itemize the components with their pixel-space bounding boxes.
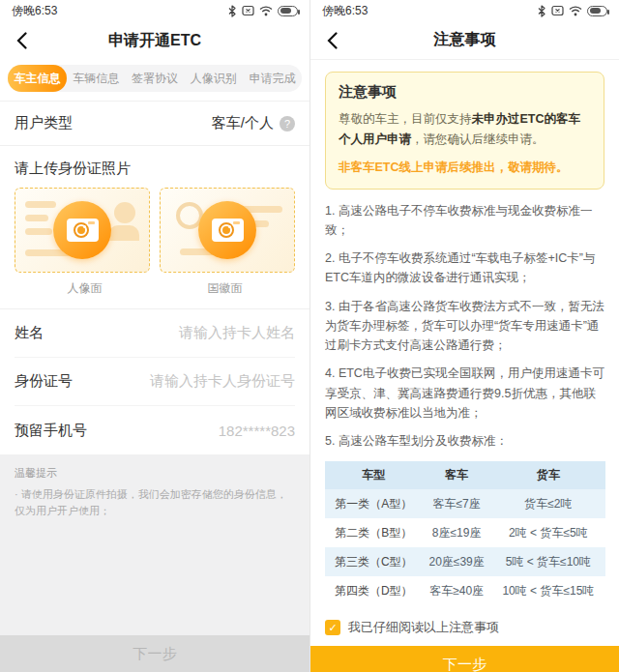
user-type-label: 用户类型 <box>15 114 73 132</box>
notice-item-1: 1. 高速公路电子不停车收费标准与现金收费标准一致； <box>325 201 604 241</box>
bluetooth-icon <box>227 5 237 17</box>
tips-block: 温馨提示 · 请使用身份证原件拍摄，我们会加密存储您的身份信息，仅为用户开户使用… <box>0 454 310 635</box>
notice-list: 1. 高速公路电子不停车收费标准与现金收费标准一致； 2. 电子不停车收费系统通… <box>325 201 604 460</box>
screen-etc-apply: 傍晚6:53 申请开通ETC 车主信息 车辆信息 签署协议 人像识别 申请完成 … <box>0 0 310 672</box>
back-chevron-icon <box>16 32 27 49</box>
tab-vehicle-info[interactable]: 车辆信息 <box>67 65 126 92</box>
notice-item-5: 5. 高速公路车型划分及收费标准： <box>325 431 604 451</box>
nav-bar: 申请开通ETC <box>0 21 310 60</box>
step-tabs: 车主信息 车辆信息 签署协议 人像识别 申请完成 <box>8 65 302 92</box>
table-row: 第一类（A型） 客车≤7座 货车≤2吨 <box>325 489 605 518</box>
name-field-row[interactable]: 姓名 请输入持卡人姓名 <box>15 309 295 358</box>
phone-field-row[interactable]: 预留手机号 182*****823 <box>15 406 295 454</box>
tab-apply-complete[interactable]: 申请完成 <box>243 65 302 92</box>
notice-item-2: 2. 电子不停车收费系统通过“车载电子标签+IC卡”与ETC车道内的微波设备进行… <box>325 248 604 288</box>
page-title: 申请开通ETC <box>0 31 310 51</box>
upload-section-title: 请上传身份证照片 <box>15 160 295 178</box>
wifi-icon <box>259 6 273 16</box>
notice-title: 注意事项 <box>339 83 591 102</box>
next-step-button-disabled[interactable]: 下一步 <box>0 635 310 672</box>
id-front-label: 人像面 <box>15 280 155 297</box>
table-row: 第四类（D型） 客车≥40座 10吨 < 货车≤15吨 <box>325 576 605 605</box>
user-type-row[interactable]: 用户类型 客车/个人 ? <box>0 101 310 146</box>
battery-icon <box>278 6 298 16</box>
id-back-label: 国徽面 <box>155 280 295 297</box>
back-button[interactable] <box>320 29 343 52</box>
tips-text: · 请使用身份证原件拍摄，我们会加密存储您的身份信息，仅为用户开户使用； <box>15 486 295 518</box>
camera-icon <box>53 201 111 259</box>
notice-item-4: 4. ETC电子收费已实现全国联网，用户使用速通卡可享受京、津、冀高速路费通行费… <box>325 364 604 423</box>
help-icon[interactable]: ? <box>280 116 295 131</box>
no-sim-icon <box>551 5 564 16</box>
phone-value[interactable]: 182*****823 <box>219 423 295 439</box>
camera-icon <box>198 201 256 259</box>
agree-label: 我已仔细阅读以上注意事项 <box>348 619 499 636</box>
name-label: 姓名 <box>15 324 44 342</box>
col-vehicle-type: 车型 <box>325 461 422 489</box>
back-chevron-icon <box>327 32 338 49</box>
back-button[interactable] <box>10 29 33 52</box>
notice-card: 注意事项 尊敬的车主，目前仅支持未申办过ETC的客车个人用户申请，请您确认后继续… <box>325 72 604 190</box>
clock: 傍晚6:53 <box>12 3 57 19</box>
id-number-field-row[interactable]: 身份证号 请输入持卡人身份证号 <box>15 358 295 406</box>
notice-body: 尊敬的车主，目前仅支持未申办过ETC的客车个人用户申请，请您确认后继续申请。 <box>339 109 591 151</box>
agree-checkbox-row[interactable]: ✓ 我已仔细阅读以上注意事项 <box>325 619 604 636</box>
id-number-label: 身份证号 <box>15 372 73 391</box>
battery-icon <box>587 6 607 16</box>
wifi-icon <box>569 6 582 16</box>
page-title: 注意事项 <box>310 30 619 50</box>
col-truck: 货车 <box>491 461 605 489</box>
notice-warning: 非客车ETC线上申请后续推出，敬请期待。 <box>339 160 591 176</box>
clock: 傍晚6:53 <box>322 3 368 19</box>
user-type-value: 客车/个人 <box>212 114 274 132</box>
phone-label: 预留手机号 <box>15 422 87 440</box>
tab-sign-agreement[interactable]: 签署协议 <box>126 65 185 92</box>
table-header-row: 车型 客车 货车 <box>325 461 605 489</box>
vehicle-class-table: 车型 客车 货车 第一类（A型） 客车≤7座 货车≤2吨 第二类（B型） 8座≤… <box>325 461 605 605</box>
status-bar: 傍晚6:53 <box>0 0 310 21</box>
tips-title: 温馨提示 <box>15 466 295 481</box>
bluetooth-icon <box>537 5 546 17</box>
checkbox-checked-icon[interactable]: ✓ <box>325 620 340 635</box>
table-row: 第三类（C型） 20座≤39座 5吨 < 货车≤10吨 <box>325 547 605 576</box>
name-input[interactable]: 请输入持卡人姓名 <box>179 324 295 342</box>
upload-id-front[interactable] <box>15 188 150 273</box>
notice-item-3: 3. 由于各省高速公路货车收费法方式不一致，暂无法为货车办理标签，货车可以办理“… <box>325 297 604 356</box>
nav-bar: 注意事项 <box>310 21 619 60</box>
col-passenger: 客车 <box>422 461 490 489</box>
tab-face-recognition[interactable]: 人像识别 <box>184 65 243 92</box>
id-number-input[interactable]: 请输入持卡人身份证号 <box>150 372 295 391</box>
status-bar: 傍晚6:53 <box>310 0 619 21</box>
upload-id-back[interactable] <box>160 188 295 273</box>
next-step-button[interactable]: 下一步 <box>310 646 619 672</box>
screen-notice: 傍晚6:53 注意事项 注意事项 尊敬的车主，目前仅支持未申办过ETC的客车个人… <box>310 0 619 672</box>
tab-owner-info[interactable]: 车主信息 <box>8 65 67 92</box>
no-sim-icon <box>242 5 254 16</box>
table-row: 第二类（B型） 8座≤19座 2吨 < 货车≤5吨 <box>325 518 605 547</box>
